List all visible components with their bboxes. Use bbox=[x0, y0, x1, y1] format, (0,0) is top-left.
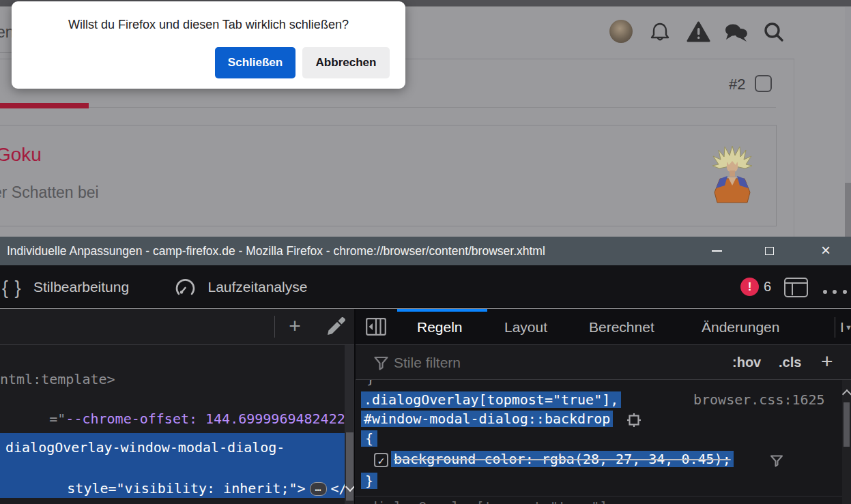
toolbar-separator bbox=[274, 316, 275, 338]
post-select-checkbox[interactable] bbox=[755, 75, 772, 92]
dialog-close-button[interactable]: Schließen bbox=[215, 47, 295, 78]
markup-selected-node[interactable]: dialogOverlay-window-modal-dialog- style… bbox=[0, 433, 345, 498]
rules-scrollbar-thumb[interactable] bbox=[843, 402, 850, 447]
post-snippet-text: er Schatten bei bbox=[0, 183, 99, 202]
tab-layout[interactable]: Layout bbox=[504, 309, 547, 345]
declaration-checkbox[interactable]: ✓ bbox=[374, 453, 388, 467]
expand-ellipsis-pill[interactable]: … bbox=[310, 482, 327, 496]
window-title: Individuelle Anpassungen - camp-firefox.… bbox=[7, 237, 545, 265]
alerts-warning-icon[interactable] bbox=[687, 21, 710, 42]
post-author-link[interactable]: Goku bbox=[0, 144, 42, 166]
dialog-cancel-button[interactable]: Abbrechen bbox=[302, 47, 390, 78]
all-tabs-dropdown-icon[interactable]: ▼ bbox=[845, 323, 851, 331]
markup-toolbar: + bbox=[0, 309, 355, 345]
styles-filter-input[interactable] bbox=[394, 351, 667, 374]
meatball-icon bbox=[843, 290, 847, 294]
braces-icon: { } bbox=[2, 278, 22, 298]
selected-style-attr: style="visibility: inherit;"> bbox=[67, 480, 305, 496]
selector-text-1: .dialogOverlay[topmost="true"], bbox=[361, 391, 621, 408]
chrome-toggle-topbar bbox=[785, 282, 807, 284]
minimize-icon bbox=[712, 250, 722, 252]
rule-declaration[interactable]: background-color: rgba(28, 27, 34, 0.45)… bbox=[391, 451, 734, 467]
tabbar-separator bbox=[835, 317, 835, 338]
user-avatar[interactable] bbox=[609, 20, 633, 43]
add-rule-button[interactable]: + bbox=[281, 309, 308, 343]
sidebar-divider bbox=[794, 59, 794, 237]
messages-chat-icon[interactable] bbox=[725, 23, 748, 42]
markup-line-template[interactable]: ntml:template> bbox=[0, 371, 115, 387]
search-icon[interactable] bbox=[763, 21, 784, 42]
close-icon: × bbox=[821, 241, 831, 259]
attr-equals: =" bbox=[49, 411, 66, 427]
three-pane-toggle-icon[interactable] bbox=[366, 318, 386, 336]
pseudo-class-button[interactable]: :hov bbox=[732, 345, 761, 380]
tab-style-editor[interactable]: { } Stilbearbeitung bbox=[2, 265, 129, 308]
class-toggle-button[interactable]: .cls bbox=[779, 345, 801, 380]
close-button[interactable]: × bbox=[811, 237, 841, 265]
post-number: #2 bbox=[729, 76, 745, 93]
previous-rule-close-brace: } bbox=[366, 380, 375, 387]
chrome-toggle-sidebar bbox=[792, 282, 793, 295]
post-container bbox=[0, 125, 777, 226]
error-exclamation-icon: ! bbox=[748, 280, 752, 293]
dialog-message: Willst du Firefox und diesen Tab wirklic… bbox=[12, 18, 405, 32]
selector-highlighter-target-icon[interactable] bbox=[626, 413, 641, 428]
error-count: 6 bbox=[764, 265, 771, 308]
page-scrollbar-thumb[interactable] bbox=[845, 183, 851, 237]
meatball-icon bbox=[833, 290, 837, 294]
rule-close-brace: } bbox=[361, 473, 377, 489]
selector-text-2: #window-modal-dialog::backdrop bbox=[361, 411, 613, 427]
selected-node-line1: dialogOverlay-window-modal-dialog- bbox=[5, 439, 285, 456]
tab-changes[interactable]: Änderungen bbox=[702, 309, 779, 345]
rule-selector-line1[interactable]: .dialogOverlay[topmost="true"], bbox=[361, 391, 621, 408]
meatball-icon bbox=[823, 290, 827, 294]
rules-filter-row: :hov .cls + bbox=[355, 345, 851, 380]
rule-open-brace: { bbox=[361, 430, 377, 447]
goku-avatar-image bbox=[711, 143, 753, 203]
close-brace-text: } bbox=[361, 473, 377, 489]
eyedropper-icon[interactable] bbox=[326, 316, 346, 337]
style-editor-label: Stilbearbeitung bbox=[33, 279, 129, 295]
overridden-filter-icon[interactable] bbox=[770, 454, 783, 467]
error-badge[interactable]: ! bbox=[740, 278, 759, 296]
add-rule-plus-button[interactable]: + bbox=[821, 345, 833, 378]
tab-computed[interactable]: Berechnet bbox=[589, 309, 654, 345]
markup-view: ntml:template> ="--chrome-offset: 144.69… bbox=[0, 345, 355, 504]
meatball-menu[interactable] bbox=[823, 284, 850, 297]
sidebar-tabbar: Regeln Layout Berechnet Änderungen I ▼ bbox=[355, 309, 851, 345]
active-tab-indicator bbox=[0, 103, 89, 108]
rules-view: } .dialogOverlay[topmost="true"], browse… bbox=[355, 380, 851, 504]
maximize-icon bbox=[765, 247, 774, 255]
rule-selector-line2[interactable]: #window-modal-dialog::backdrop bbox=[361, 411, 613, 427]
next-rule-partial[interactable]: .dialogOverlay[topmost="true"] bbox=[361, 499, 607, 504]
filter-funnel-icon bbox=[373, 355, 389, 371]
devtools-toolbar: { } Stilbearbeitung Laufzeitanalyse ! 6 bbox=[0, 265, 851, 308]
notifications-bell-icon[interactable] bbox=[649, 20, 670, 43]
rule-separator bbox=[355, 496, 851, 496]
browser-toolbox-window: en #2 bbox=[0, 0, 851, 504]
open-brace-text: { bbox=[361, 430, 377, 447]
tab-performance[interactable]: Laufzeitanalyse bbox=[174, 265, 307, 308]
close-confirm-dialog: Willst du Firefox und diesen Tab wirklic… bbox=[12, 1, 405, 89]
window-titlebar[interactable]: Individuelle Anpassungen - camp-firefox.… bbox=[0, 237, 851, 265]
tab-partial[interactable]: I bbox=[840, 309, 844, 345]
performance-label: Laufzeitanalyse bbox=[207, 279, 307, 295]
browser-chrome-toggle-icon[interactable] bbox=[784, 278, 808, 297]
checkbox-check-icon: ✓ bbox=[377, 456, 386, 466]
maximize-button[interactable] bbox=[755, 237, 785, 265]
tab-strip-line bbox=[0, 107, 776, 108]
tab-rules[interactable]: Regeln bbox=[417, 309, 463, 345]
declaration-text: background-color: rgba(28, 27, 34, 0.45)… bbox=[391, 451, 734, 467]
attr-value: --chrome-offset: 144.6999969482422px; bbox=[66, 411, 355, 427]
speedometer-icon bbox=[174, 276, 197, 299]
rule-source-link[interactable]: browser.css:1625 bbox=[693, 391, 825, 408]
minimize-button[interactable] bbox=[702, 237, 732, 265]
selected-node-line2: style="visibility: inherit;">…</vbox> bbox=[1, 464, 355, 504]
